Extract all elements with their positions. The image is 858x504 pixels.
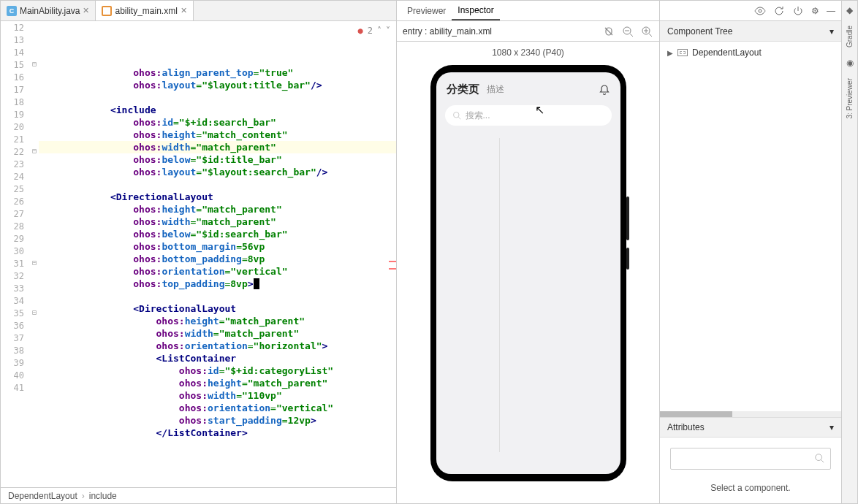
gradle-tab[interactable]: Gradle — [846, 23, 854, 50]
close-icon[interactable]: ✕ — [181, 6, 187, 15]
tab-inspector[interactable]: Inspector — [452, 1, 499, 20]
component-tree[interactable]: ▶ DependentLayout — [660, 42, 841, 64]
tab-previewer[interactable]: Previewer — [401, 1, 452, 20]
svg-line-1 — [630, 34, 633, 37]
app-subtitle: 描述 — [487, 83, 504, 96]
close-icon[interactable]: ✕ — [83, 6, 89, 15]
chevron-down-icon[interactable]: ▾ — [829, 26, 834, 37]
gear-icon[interactable]: ⚙ — [811, 6, 819, 16]
zoom-in-icon[interactable] — [640, 25, 653, 38]
svg-point-7 — [453, 112, 459, 118]
device-label: 1080 x 2340 (P40) — [492, 47, 564, 58]
svg-point-10 — [816, 454, 822, 461]
editor-tabs: C MainAbility.java ✕ ability_main.xml ✕ — [1, 1, 396, 21]
previewer-tab[interactable]: 3: Previewer — [846, 75, 854, 122]
bell-icon[interactable] — [599, 84, 610, 96]
breadcrumb[interactable]: DependentLayout › include — [1, 487, 396, 503]
tab-xml-label: ability_main.xml — [115, 6, 177, 16]
cursor-icon: ↖ — [535, 103, 544, 117]
search-icon — [452, 111, 461, 120]
component-tree-header[interactable]: Component Tree ▾ — [660, 21, 841, 42]
tab-java[interactable]: C MainAbility.java ✕ — [1, 1, 96, 20]
preview-tabs: Previewer Inspector — [397, 1, 659, 21]
layout-icon — [677, 49, 688, 56]
tab-xml[interactable]: ability_main.xml ✕ — [96, 1, 193, 20]
app-title: 分类页 — [447, 83, 479, 96]
chevron-down-icon[interactable]: ▾ — [829, 422, 834, 432]
tree-root[interactable]: ▶ DependentLayout — [667, 47, 834, 58]
search-icon — [814, 453, 824, 463]
xml-icon — [102, 6, 112, 16]
right-rail: ◆ Gradle ◉ 3: Previewer — [841, 1, 857, 503]
eye-icon[interactable]: ◉ — [846, 58, 854, 68]
svg-line-11 — [821, 460, 824, 463]
power-icon[interactable] — [792, 5, 804, 17]
caret-right-icon[interactable]: ▶ — [667, 49, 673, 57]
svg-point-9 — [759, 9, 762, 12]
app-screen[interactable]: 分类页 描述 搜索... ↖ — [436, 72, 620, 474]
code-editor[interactable]: 1213141516171819202122232425262728293031… — [1, 21, 396, 487]
error-indicator[interactable]: ●2 ˄ ˅ — [358, 26, 390, 36]
device-frame: 分类页 描述 搜索... ↖ — [430, 65, 626, 481]
gradle-icon[interactable]: ◆ — [846, 5, 853, 15]
chevron-up-icon[interactable]: ˄ — [377, 26, 381, 36]
entry-label: entry : ability_main.xml — [403, 26, 492, 37]
attributes-empty: Select a component. — [710, 483, 790, 493]
java-icon: C — [7, 6, 17, 16]
minimize-icon[interactable]: — — [827, 6, 835, 16]
svg-line-8 — [458, 117, 460, 119]
svg-line-4 — [649, 34, 652, 37]
bug-off-icon[interactable] — [602, 25, 615, 38]
search-input[interactable]: 搜索... — [445, 105, 612, 126]
refresh-icon[interactable] — [773, 5, 785, 17]
scrollbar[interactable] — [660, 411, 841, 417]
zoom-out-icon[interactable] — [621, 25, 634, 38]
eye-icon[interactable] — [754, 5, 766, 17]
attributes-header[interactable]: Attributes ▾ — [660, 417, 841, 438]
divider — [499, 138, 500, 452]
tab-java-label: MainAbility.java — [20, 6, 80, 16]
attribute-search[interactable] — [670, 448, 831, 470]
